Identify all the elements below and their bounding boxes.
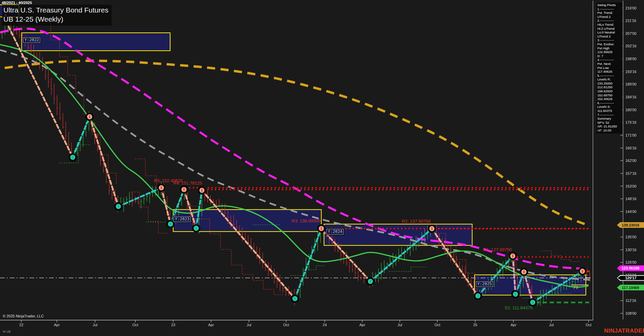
year-badge-Y-2024[interactable]: Y:2024 [326,229,344,235]
pivot-glyph [196,227,197,230]
swing-pivots-line: Pvt Low [597,66,622,70]
price-tick-label: 216'00 [625,6,637,10]
swing-pivots-line: 152.40625 [597,97,622,101]
pivot-glyph [432,227,433,230]
pivot-glyph [478,294,479,297]
swing-pivots-line: 4.------------- [597,58,622,62]
year-badge-Y-2025[interactable]: Y:2025 [476,281,493,287]
copyright-label: © 2025 NinjaTrader, LLC [3,314,44,318]
price-tick-label: 144'00 [625,210,637,214]
swing-pivots-line: AF: 10.00 [597,128,622,133]
swing-pivots-line: 212.81250 [597,85,622,89]
swing-pivots-line: 6.------------- [597,101,622,105]
swing-pivots-line: Pvt. Trend: [597,11,622,15]
time-tick-label: Jul [93,323,97,327]
year-badge-Y-2023[interactable]: Y:2023 [174,216,191,222]
price-tick-label: 202'16 [625,44,637,48]
mid-magenta-ma-line [0,29,589,269]
time-tick-label: Apr [510,323,516,327]
ninjatrader-logo: NINJATRADER [604,328,644,334]
price-tick-label: 175'16 [625,120,637,124]
swing-pivots-line: Swing Pivots [597,3,622,7]
swing-pivots-line: SP's: 52 [597,121,622,125]
swing-pivots-panel: Swing Pivots1.-------------Pvt. Trend:UT… [596,2,622,134]
pivot-glyph [515,293,516,296]
swing-pivots-line: 1.------------- [597,7,622,11]
pivot-glyph [202,189,203,192]
resistance-level-label-R1: R1: 127.93750 [483,247,512,252]
up-swing-line [73,117,90,158]
swing-pivots-line: UTrend 2 [597,15,622,19]
pivot-glyph [161,186,162,189]
pivot-glyph [89,115,90,118]
price-tick-label: 157'16 [625,171,637,175]
year-range-box[interactable] [22,33,170,51]
up-swing-line [295,229,321,298]
swing-pivots-line: HiLo Trend: [597,23,622,27]
pivot-glyph [321,227,322,230]
time-tick-label: Oct [434,323,440,327]
price-tick-label: 189'00 [625,82,637,86]
year-badge-Y-2022[interactable]: Y:2022 [23,37,40,43]
red-trail-step-line [135,159,166,188]
time-tick-label: 24 [323,323,327,327]
swing-pivots-line: 122.65625 [597,50,622,54]
swing-pivots-line: UTrend 2 [597,34,622,39]
pivot-glyph [532,301,533,304]
swing-pivots-line: 7.------------- [597,113,622,117]
swing-pivots-line: Summary [597,117,622,121]
price-tick-label: 130'16 [625,248,637,252]
down-swing-line [161,188,170,224]
swing-pivots-line: Hi:2 UTrend [597,27,622,31]
up-swing-line [118,188,161,207]
price-marker-12017: 120'17 [617,275,644,281]
time-tick-label: 22 [19,323,23,327]
price-bars [2,23,591,306]
time-tick-label: 23 [171,323,175,327]
down-swing-line [90,117,118,207]
green-trail-step-line [389,267,427,271]
chart-title-line1: Ultra U.S. Treasury Bond Futures [3,5,108,15]
pivot-glyph [512,255,513,258]
f0-label: F0 [573,285,578,290]
instrument-tag: W UB [3,330,11,333]
price-tick-label: 211'16 [625,19,636,23]
time-tick-label: Apr [359,323,365,327]
chart-title: Ultra U.S. Treasury Bond Futures UB 12-2… [2,5,112,26]
time-tick-label: Oct [585,323,591,327]
red-trail-step-line [541,251,580,262]
swing-pivots-line: 152.68750 [597,93,622,97]
price-tick-label: 148'16 [625,197,637,201]
swing-pivots-line: Lo:0 Neutral [597,30,622,34]
resistance-level-label-R2: R2: 137.93750 [402,219,431,224]
price-tick-label: 108'00 [625,311,637,315]
time-tick-label: Oct [283,323,289,327]
pivot-glyph [582,270,583,273]
chart-canvas[interactable] [0,0,644,336]
swing-pivots-line: 233.25000 [597,81,622,86]
swing-pivots-line: 111.84375 [597,109,622,113]
resistance-level-label-R4: R4: 151.78125 [173,181,202,186]
swing-pivots-line: 117.40625 [597,70,622,74]
swing-pivots-line: AR: 21.81250 [597,124,622,128]
price-tick-label: 180'00 [625,108,637,112]
time-tick-label: Jul [247,323,251,327]
support-level-label-S1: S1: 111.84375 [505,305,533,310]
price-tick-label: 171'00 [625,133,637,137]
swing-pivots-line: Pvt. Next: [597,62,622,66]
pivot-glyph [170,222,171,225]
price-tick-label: 198'00 [625,57,637,61]
swing-pivots-line: 3.------------- [597,38,622,42]
pivot-glyph [118,205,119,208]
swing-pivots-line: Pvt. Evolve: [597,42,622,46]
price-tick-label: 126'00 [625,260,637,264]
swing-pivots-line: Pvt High [597,46,622,50]
price-tick-label: 193'16 [625,70,637,74]
time-tick-label: Oct [132,323,138,327]
ninjatrader-chart-window: 48/2021 - 40/2025 Ultra U.S. Treasury Bo… [0,0,644,336]
pivot-glyph [184,188,185,191]
mid-gray-ma-line [0,50,590,280]
time-tick-label: Apr [208,323,214,327]
resistance-level-label-R3: R3: 138.00000 [292,218,320,223]
chart-title-line2: UB 12-25 (Weekly) [3,15,108,24]
